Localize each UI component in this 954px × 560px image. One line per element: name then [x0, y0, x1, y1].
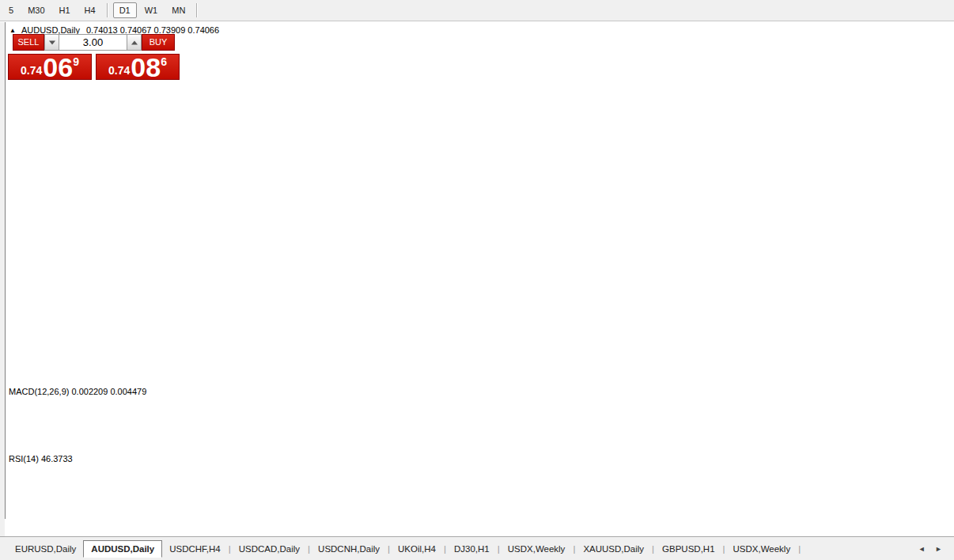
tab-usdx-weekly[interactable]: USDX,Weekly — [726, 541, 798, 557]
tab-gbpusd-h1[interactable]: GBPUSD,H1 — [655, 541, 721, 557]
timeframe-button-h4[interactable]: H4 — [78, 2, 102, 18]
timeframe-button-mn[interactable]: MN — [165, 2, 191, 18]
timeframe-button-h1[interactable]: H1 — [53, 2, 77, 18]
triangle-down-icon — [49, 40, 55, 44]
tab-separator: | — [798, 544, 801, 554]
sell-price-pips: 06 — [43, 55, 73, 79]
tab-xauusd-daily[interactable]: XAUUSD,Daily — [576, 541, 651, 557]
tab-audusd-daily[interactable]: AUDUSD,Daily — [83, 540, 162, 558]
timeframe-button-d1[interactable]: D1 — [113, 2, 137, 18]
sell-price-button[interactable]: 0.74 06 9 — [8, 54, 92, 80]
buy-price-base: 0.74 — [108, 64, 130, 77]
buy-price-pips: 08 — [131, 55, 161, 79]
toolbar-separator — [107, 3, 108, 17]
tab-separator: | — [723, 544, 725, 554]
tab-separator: | — [229, 544, 231, 554]
buy-price-button[interactable]: 0.74 08 6 — [96, 54, 180, 80]
tab-separator: | — [573, 544, 575, 554]
volume-decrease-button[interactable] — [44, 34, 59, 51]
one-click-trading-panel: SELL 3.00 BUY 0.74 06 9 0.74 08 6 — [8, 34, 180, 80]
timeframe-button-5[interactable]: 5 — [2, 2, 20, 18]
tab-usdcad-daily[interactable]: USDCAD,Daily — [232, 541, 307, 557]
rsi-indicator-label: RSI(14) 46.3733 — [9, 454, 73, 464]
triangle-up-icon — [131, 40, 138, 44]
toolbar-separator — [196, 3, 198, 17]
timeframe-button-m30[interactable]: M30 — [21, 2, 51, 18]
tab-usdx-weekly[interactable]: USDX,Weekly — [501, 541, 573, 557]
trading-platform-window: 5M30H1H4D1W1MN ▲AUDUSD,Daily0.74013 0.74… — [0, 0, 954, 560]
tab-separator: | — [498, 544, 500, 554]
tab-usdcnh-daily[interactable]: USDCNH,Daily — [311, 541, 387, 557]
tab-eurusd-daily[interactable]: EURUSD,Daily — [8, 541, 83, 557]
sell-price-pipette: 9 — [73, 55, 79, 68]
sell-button[interactable]: SELL — [13, 34, 44, 51]
buy-price-pipette: 6 — [161, 55, 167, 68]
sell-price-base: 0.74 — [21, 64, 42, 77]
tab-scroll-arrows[interactable]: ◄ ► — [918, 545, 946, 553]
tab-separator: | — [444, 544, 446, 554]
chart-canvas — [0, 22, 954, 536]
collapse-panel-icon[interactable]: ▲ — [9, 27, 16, 34]
tab-usdchf-h4[interactable]: USDCHF,H4 — [162, 541, 228, 557]
buy-button[interactable]: BUY — [142, 34, 175, 51]
timeframe-toolbar: 5M30H1H4D1W1MN — [0, 0, 954, 21]
tab-dj30-h1[interactable]: DJ30,H1 — [447, 541, 497, 557]
symbol-tabbar: EURUSD,DailyAUDUSD,DailyUSDCHF,H4|USDCAD… — [0, 536, 954, 560]
volume-input[interactable]: 3.00 — [59, 34, 127, 51]
timeframe-button-w1[interactable]: W1 — [138, 2, 165, 18]
volume-increase-button[interactable] — [127, 34, 142, 51]
tab-separator: | — [388, 544, 390, 554]
tab-separator: | — [652, 544, 654, 554]
tab-separator: | — [308, 544, 310, 554]
tab-ukoil-h4[interactable]: UKOil,H4 — [391, 541, 443, 557]
macd-indicator-label: MACD(12,26,9) 0.002209 0.004479 — [9, 387, 146, 396]
